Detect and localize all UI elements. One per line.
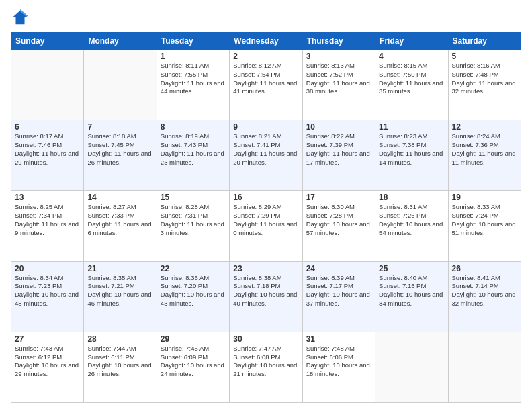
- weekday-header-thursday: Thursday: [302, 33, 375, 50]
- calendar-cell: 29Sunrise: 7:45 AM Sunset: 6:09 PM Dayli…: [157, 332, 229, 402]
- calendar-cell: 5Sunrise: 8:16 AM Sunset: 7:48 PM Daylig…: [448, 50, 521, 120]
- day-number: 29: [161, 334, 226, 344]
- day-info: Sunrise: 7:44 AM Sunset: 6:11 PM Dayligh…: [87, 345, 152, 379]
- weekday-header-tuesday: Tuesday: [157, 33, 229, 50]
- calendar-cell: 1Sunrise: 8:11 AM Sunset: 7:55 PM Daylig…: [157, 50, 229, 120]
- calendar-cell: 28Sunrise: 7:44 AM Sunset: 6:11 PM Dayli…: [84, 332, 157, 402]
- weekday-header-wednesday: Wednesday: [230, 33, 302, 50]
- day-info: Sunrise: 8:40 AM Sunset: 7:15 PM Dayligh…: [379, 274, 444, 308]
- day-info: Sunrise: 8:28 AM Sunset: 7:31 PM Dayligh…: [161, 203, 226, 237]
- day-number: 23: [233, 264, 298, 273]
- calendar-cell: 7Sunrise: 8:18 AM Sunset: 7:45 PM Daylig…: [84, 120, 157, 191]
- day-info: Sunrise: 8:38 AM Sunset: 7:18 PM Dayligh…: [233, 274, 298, 308]
- day-info: Sunrise: 8:11 AM Sunset: 7:55 PM Dayligh…: [161, 62, 226, 96]
- calendar-table: SundayMondayTuesdayWednesdayThursdayFrid…: [11, 32, 521, 403]
- page: SundayMondayTuesdayWednesdayThursdayFrid…: [0, 0, 532, 411]
- calendar-week-row: 6Sunrise: 8:17 AM Sunset: 7:46 PM Daylig…: [11, 120, 521, 191]
- day-number: 19: [452, 193, 517, 202]
- calendar-cell: 18Sunrise: 8:31 AM Sunset: 7:26 PM Dayli…: [375, 191, 448, 261]
- calendar-cell: [448, 332, 521, 402]
- calendar-cell: 19Sunrise: 8:33 AM Sunset: 7:24 PM Dayli…: [448, 191, 521, 261]
- calendar-week-row: 1Sunrise: 8:11 AM Sunset: 7:55 PM Daylig…: [11, 50, 521, 120]
- calendar-cell: 11Sunrise: 8:23 AM Sunset: 7:38 PM Dayli…: [375, 120, 448, 191]
- day-info: Sunrise: 8:41 AM Sunset: 7:14 PM Dayligh…: [452, 274, 517, 308]
- calendar-cell: 25Sunrise: 8:40 AM Sunset: 7:15 PM Dayli…: [375, 261, 448, 332]
- calendar-cell: 23Sunrise: 8:38 AM Sunset: 7:18 PM Dayli…: [230, 261, 302, 332]
- calendar-cell: [84, 50, 157, 120]
- day-info: Sunrise: 8:21 AM Sunset: 7:41 PM Dayligh…: [233, 132, 298, 167]
- calendar-cell: 15Sunrise: 8:28 AM Sunset: 7:31 PM Dayli…: [157, 191, 229, 261]
- day-info: Sunrise: 8:27 AM Sunset: 7:33 PM Dayligh…: [87, 203, 152, 237]
- calendar-cell: 10Sunrise: 8:22 AM Sunset: 7:39 PM Dayli…: [302, 120, 375, 191]
- day-info: Sunrise: 7:47 AM Sunset: 6:08 PM Dayligh…: [233, 345, 298, 379]
- calendar-cell: 12Sunrise: 8:24 AM Sunset: 7:36 PM Dayli…: [448, 120, 521, 191]
- logo-icon: [11, 8, 30, 27]
- logo: [11, 8, 32, 27]
- calendar-cell: 20Sunrise: 8:34 AM Sunset: 7:23 PM Dayli…: [11, 261, 84, 332]
- day-number: 25: [379, 264, 444, 273]
- calendar-week-row: 20Sunrise: 8:34 AM Sunset: 7:23 PM Dayli…: [11, 261, 521, 332]
- day-info: Sunrise: 8:16 AM Sunset: 7:48 PM Dayligh…: [452, 62, 517, 96]
- calendar-cell: [375, 332, 448, 402]
- day-info: Sunrise: 7:43 AM Sunset: 6:12 PM Dayligh…: [15, 345, 80, 379]
- day-info: Sunrise: 8:24 AM Sunset: 7:36 PM Dayligh…: [452, 132, 517, 167]
- day-number: 28: [87, 334, 152, 344]
- day-info: Sunrise: 7:48 AM Sunset: 6:06 PM Dayligh…: [306, 345, 371, 379]
- day-number: 13: [15, 193, 80, 202]
- day-number: 21: [87, 264, 152, 273]
- calendar-cell: 17Sunrise: 8:30 AM Sunset: 7:28 PM Dayli…: [302, 191, 375, 261]
- day-number: 4: [379, 52, 444, 61]
- day-number: 1: [161, 52, 226, 61]
- day-number: 16: [233, 193, 298, 202]
- calendar-cell: 22Sunrise: 8:36 AM Sunset: 7:20 PM Dayli…: [157, 261, 229, 332]
- day-number: 10: [306, 122, 371, 132]
- calendar-week-row: 13Sunrise: 8:25 AM Sunset: 7:34 PM Dayli…: [11, 191, 521, 261]
- day-number: 11: [379, 122, 444, 132]
- day-number: 14: [87, 193, 152, 202]
- day-info: Sunrise: 8:36 AM Sunset: 7:20 PM Dayligh…: [161, 274, 226, 308]
- day-number: 17: [306, 193, 371, 202]
- day-info: Sunrise: 8:39 AM Sunset: 7:17 PM Dayligh…: [306, 274, 371, 308]
- day-info: Sunrise: 8:30 AM Sunset: 7:28 PM Dayligh…: [306, 203, 371, 237]
- day-info: Sunrise: 7:45 AM Sunset: 6:09 PM Dayligh…: [161, 345, 226, 379]
- day-number: 2: [233, 52, 298, 61]
- calendar-cell: 13Sunrise: 8:25 AM Sunset: 7:34 PM Dayli…: [11, 191, 84, 261]
- calendar-cell: 2Sunrise: 8:12 AM Sunset: 7:54 PM Daylig…: [230, 50, 302, 120]
- day-number: 12: [452, 122, 517, 132]
- calendar-cell: 21Sunrise: 8:35 AM Sunset: 7:21 PM Dayli…: [84, 261, 157, 332]
- day-number: 5: [452, 52, 517, 61]
- calendar-cell: 24Sunrise: 8:39 AM Sunset: 7:17 PM Dayli…: [302, 261, 375, 332]
- day-info: Sunrise: 8:25 AM Sunset: 7:34 PM Dayligh…: [15, 203, 80, 237]
- day-number: 18: [379, 193, 444, 202]
- day-number: 26: [452, 264, 517, 273]
- day-info: Sunrise: 8:29 AM Sunset: 7:29 PM Dayligh…: [233, 203, 298, 237]
- calendar-cell: 27Sunrise: 7:43 AM Sunset: 6:12 PM Dayli…: [11, 332, 84, 402]
- day-number: 27: [15, 334, 80, 344]
- day-number: 20: [15, 264, 80, 273]
- calendar-cell: 8Sunrise: 8:19 AM Sunset: 7:43 PM Daylig…: [157, 120, 229, 191]
- day-number: 6: [15, 122, 80, 132]
- day-number: 3: [306, 52, 371, 61]
- day-info: Sunrise: 8:33 AM Sunset: 7:24 PM Dayligh…: [452, 203, 517, 237]
- header: [11, 8, 521, 27]
- calendar-cell: 14Sunrise: 8:27 AM Sunset: 7:33 PM Dayli…: [84, 191, 157, 261]
- calendar-cell: 6Sunrise: 8:17 AM Sunset: 7:46 PM Daylig…: [11, 120, 84, 191]
- day-number: 9: [233, 122, 298, 132]
- weekday-header-friday: Friday: [375, 33, 448, 50]
- calendar-cell: 4Sunrise: 8:15 AM Sunset: 7:50 PM Daylig…: [375, 50, 448, 120]
- day-info: Sunrise: 8:19 AM Sunset: 7:43 PM Dayligh…: [161, 132, 226, 167]
- day-number: 15: [161, 193, 226, 202]
- calendar-cell: 26Sunrise: 8:41 AM Sunset: 7:14 PM Dayli…: [448, 261, 521, 332]
- calendar-cell: 9Sunrise: 8:21 AM Sunset: 7:41 PM Daylig…: [230, 120, 302, 191]
- svg-marker-0: [13, 11, 28, 25]
- weekday-header-row: SundayMondayTuesdayWednesdayThursdayFrid…: [11, 33, 521, 50]
- day-number: 24: [306, 264, 371, 273]
- day-number: 31: [306, 334, 371, 344]
- day-number: 22: [161, 264, 226, 273]
- calendar-cell: 30Sunrise: 7:47 AM Sunset: 6:08 PM Dayli…: [230, 332, 302, 402]
- day-info: Sunrise: 8:18 AM Sunset: 7:45 PM Dayligh…: [87, 132, 152, 167]
- day-number: 30: [233, 334, 298, 344]
- day-info: Sunrise: 8:22 AM Sunset: 7:39 PM Dayligh…: [306, 132, 371, 167]
- calendar-cell: 31Sunrise: 7:48 AM Sunset: 6:06 PM Dayli…: [302, 332, 375, 402]
- day-info: Sunrise: 8:15 AM Sunset: 7:50 PM Dayligh…: [379, 62, 444, 96]
